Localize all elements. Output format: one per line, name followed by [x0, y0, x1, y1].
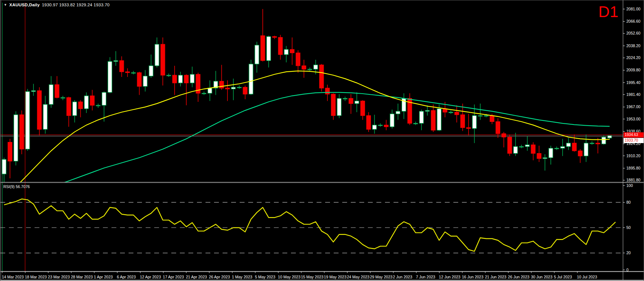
- candle-bear: [20, 110, 24, 154]
- candle-body: [314, 65, 318, 70]
- rsi-tick-label: 0: [627, 268, 629, 272]
- symbol-period-label: XAUUSD,Daily: [9, 3, 40, 7]
- candle-body: [543, 158, 547, 158]
- candle-body: [14, 115, 18, 161]
- time-tick-label: 24 May 2023: [347, 275, 370, 279]
- candle-body: [149, 66, 153, 76]
- price-tick-label: 2024.20: [627, 55, 641, 60]
- last-price-badge: 1933.70: [624, 138, 644, 143]
- rsi-tick-label: 80: [627, 200, 631, 204]
- ohlc-values: 1930.97 1933.82 1929.24 1933.70: [42, 3, 110, 7]
- candle-body: [549, 148, 553, 158]
- price-tick-label: 1981.40: [627, 92, 641, 97]
- candle-body: [126, 72, 130, 72]
- time-tick-label: 18 Mar 2023: [25, 275, 47, 279]
- time-tick-label: 26 Jun 2023: [508, 275, 530, 279]
- candle-body: [108, 61, 112, 92]
- candle-body: [220, 81, 224, 88]
- candle-body: [361, 101, 365, 116]
- candle-body: [384, 125, 388, 127]
- candle-body: [84, 96, 88, 109]
- candle-body: [266, 36, 271, 61]
- timeframe-watermark: D1: [598, 4, 618, 20]
- time-tick-label: 19 May 2023: [324, 275, 347, 279]
- chart-title: ▼ XAUUSD,Daily 1930.97 1933.82 1929.24 1…: [4, 3, 110, 7]
- candle-body: [132, 72, 136, 73]
- candle-body: [61, 97, 65, 98]
- time-tick-label: 10 Jul 2023: [577, 275, 597, 279]
- time-tick-label: 17 Apr 2023: [163, 275, 184, 279]
- candle-body: [320, 65, 324, 88]
- candle-body: [90, 96, 94, 105]
- time-tick-label: 10 May 2023: [278, 275, 301, 279]
- candle-body: [202, 93, 206, 94]
- time-tick-label: 21 Apr 2023: [186, 275, 207, 279]
- time-tick-label: 1 Apr 2023: [94, 275, 113, 279]
- candle-body: [143, 76, 147, 87]
- price-tick-label: 2009.80: [627, 68, 641, 72]
- candle-body: [155, 44, 159, 66]
- candle-body: [43, 104, 47, 129]
- candle-body: [378, 125, 382, 126]
- candle-body: [390, 114, 394, 127]
- candle-body: [396, 111, 400, 114]
- rsi-indicator-label: RSI(9) 56.7076: [3, 184, 30, 189]
- candle-body: [560, 146, 564, 148]
- candle-body: [496, 122, 500, 133]
- price-tick-label: 1895.80: [627, 166, 641, 170]
- candle-body: [455, 112, 459, 115]
- candle-body: [284, 49, 288, 55]
- candle-body: [120, 61, 124, 72]
- price-tick-label: 2038.20: [627, 43, 641, 48]
- price-tick-label: 1881.80: [627, 178, 641, 182]
- candle-body: [472, 116, 476, 129]
- candle-body: [55, 85, 59, 98]
- candle-body: [602, 137, 606, 144]
- candle-body: [425, 110, 430, 111]
- candle-body: [590, 143, 594, 144]
- rsi-tick-label: 100: [627, 183, 633, 188]
- candle-body: [190, 74, 194, 83]
- candle-body: [514, 146, 518, 153]
- candle-body: [343, 98, 347, 99]
- price-tick-label: 1910.20: [627, 154, 641, 158]
- time-tick-label: 5 May 2023: [255, 275, 275, 279]
- candle-body: [431, 110, 435, 130]
- price-tick-label: 1967.00: [627, 104, 641, 109]
- candle-body: [596, 143, 600, 144]
- chart-background: [0, 0, 644, 281]
- mt4-chart-window: 2081.002066.602052.602038.202024.202009.…: [0, 0, 644, 281]
- price-chart-canvas[interactable]: 2081.002066.602052.602038.202024.202009.…: [0, 0, 644, 281]
- candle-body: [208, 88, 212, 93]
- time-tick-label: 15 May 2023: [301, 275, 324, 279]
- candle-body: [231, 87, 235, 89]
- time-tick-label: 23 Mar 2023: [48, 275, 70, 279]
- candle-body: [161, 44, 165, 75]
- candle-bull: [14, 111, 18, 165]
- candle-body: [296, 53, 300, 66]
- candle-body: [226, 88, 230, 89]
- candle-body: [243, 87, 247, 94]
- candle-body: [102, 93, 106, 106]
- candle-body: [290, 49, 294, 53]
- time-tick-label: 7 Jun 2023: [416, 275, 435, 279]
- candle-body: [372, 125, 376, 129]
- candle-body: [608, 136, 612, 138]
- dropdown-arrow-icon[interactable]: ▼: [4, 3, 7, 7]
- rsi-tick-label: 50: [627, 225, 631, 230]
- time-tick-label: 26 Apr 2023: [209, 275, 230, 279]
- candle-bull: [108, 57, 112, 93]
- rsi-tick-label: 20: [627, 251, 631, 255]
- candle-body: [578, 151, 582, 156]
- candle-body: [420, 111, 424, 123]
- time-tick-label: 6 Apr 2023: [117, 275, 136, 279]
- candle-body: [137, 72, 141, 86]
- candle-body: [32, 91, 36, 91]
- time-tick-label: 21 Jun 2023: [485, 275, 507, 279]
- candle-body: [349, 98, 353, 104]
- candle-body: [508, 137, 512, 154]
- time-tick-label: 5 Jul 2023: [554, 275, 572, 279]
- candle-bull: [26, 89, 30, 151]
- candle-body: [437, 109, 441, 130]
- candle-body: [67, 97, 71, 116]
